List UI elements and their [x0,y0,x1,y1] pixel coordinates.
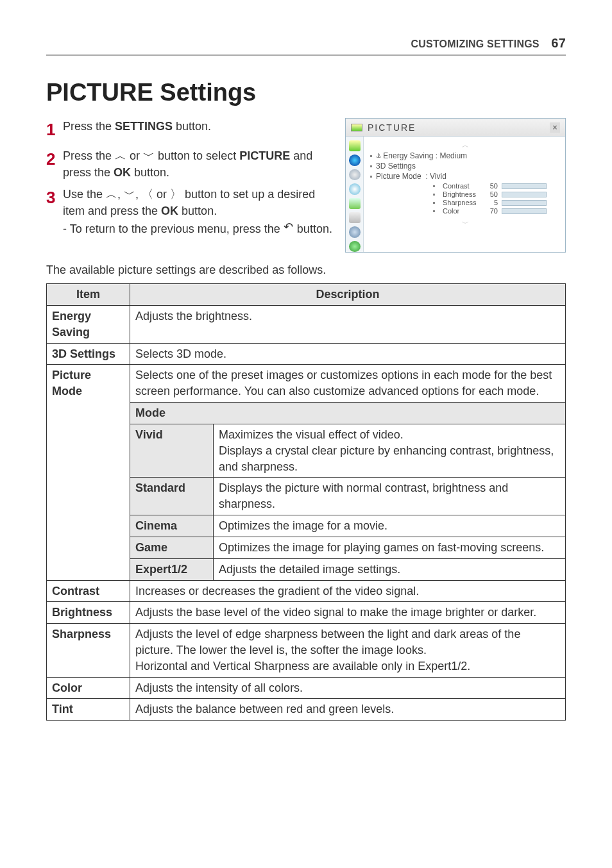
step-text: or [153,188,170,201]
mode-desc: Adjusts the detailed image settings. [214,558,566,580]
table-intro: The available picture settings are descr… [46,262,566,278]
step-number: 3 [46,186,63,237]
mode-header: Mode [130,403,566,424]
osd-panel: PICTURE × ︿ ꕊ Energy Saving : Medium [345,118,566,253]
row-name: Color [52,681,82,694]
sidebar-icon [349,183,361,194]
table-row: Energy Saving Adjusts the brightness. [47,305,566,343]
bullet-icon [370,165,372,167]
settings-table: Item Description Energy Saving Adjusts t… [46,283,566,721]
page-title: PICTURE Settings [46,79,566,106]
mode-name: Standard [130,478,214,515]
osd-title: PICTURE [368,122,416,133]
row-desc: Selects one of the preset images or cust… [130,365,566,403]
step-bold: PICTURE [239,149,290,162]
osd-item-label: Picture Mode [376,172,421,181]
bullet-icon [433,185,435,187]
step-1: 1 Press the SETTINGS button. [46,118,332,142]
step-text: button. [173,120,211,133]
row-desc: Adjusts the intensity of all colors. [130,677,566,699]
mode-name: Vivid [130,424,214,477]
left-icon: 〈 [142,186,153,203]
osd-slider-value: 50 [486,190,498,198]
step-sub-text: button. [294,222,332,235]
sidebar-icon [349,241,361,252]
osd-down-arrow-icon: ﹀ [370,219,560,228]
osd-slider-bar [502,200,547,206]
osd-slider-bar [502,192,547,197]
step-text: button. [178,204,217,217]
step-text: button to select [155,149,239,162]
step-bold: OK [114,166,131,179]
step-3: 3 Use the ︿, ﹀, 〈 or 〉 button to set up … [46,186,332,237]
bullet-icon [370,155,372,157]
osd-slider-label: Color [443,207,482,215]
step-text: Use the [63,188,106,201]
osd-slider-value: 5 [486,199,498,206]
page-number: 67 [551,36,566,50]
step-bold: OK [161,204,178,217]
sidebar-icon [349,212,361,223]
osd-up-arrow-icon: ︿ [370,140,560,150]
up-icon: ︿ [106,186,117,203]
step-number: 1 [46,118,63,142]
bullet-icon [370,176,372,178]
osd-slider-label: Contrast [443,182,482,190]
mode-desc: Optimizes the image for a movie. [214,515,566,537]
step-bold: SETTINGS [115,120,173,133]
mode-name: Cinema [130,515,214,537]
steps-list: 1 Press the SETTINGS button. 2 Press the… [46,118,332,253]
row-name: Contrast [52,585,99,597]
mode-name: Game [130,537,214,558]
bullet-icon [433,210,435,212]
sidebar-icon [349,169,361,180]
osd-title-icon [351,124,362,131]
step-text: button. [131,166,169,179]
col-item-header: Item [47,284,130,306]
osd-item-label: ꕊ Energy Saving : Medium [376,151,467,160]
table-row: Contrast Increases or decreases the grad… [47,580,566,602]
row-name: Picture Mode [52,369,91,397]
page-header: CUSTOMIZING SETTINGS 67 [46,36,566,56]
osd-slider-row: Sharpness5 [370,199,560,206]
close-icon: × [550,122,560,133]
osd-slider-bar [502,183,547,189]
osd-main: ︿ ꕊ Energy Saving : Medium 3D Settings P… [364,137,565,252]
row-name: Energy Saving [52,310,91,338]
step-number: 2 [46,147,63,181]
table-row: 3D Settings Selects 3D mode. [47,343,566,365]
row-name: 3D Settings [52,347,115,360]
row-name: Tint [52,703,73,715]
sidebar-picture-icon [349,140,361,151]
osd-item-label: 3D Settings [376,162,416,171]
step-text: or [126,149,143,162]
osd-slider-label: Brightness [443,190,482,198]
down-icon: ﹀ [124,186,135,203]
row-desc: Selects 3D mode. [130,343,566,365]
step-2: 2 Press the ︿ or ﹀ button to select PICT… [46,147,332,181]
osd-slider-label: Sharpness [443,199,482,206]
table-row: Tint Adjusts the balance between red and… [47,699,566,721]
osd-item-value: : Vivid [425,172,446,181]
osd-sidebar [346,137,364,252]
up-icon: ︿ [115,147,126,164]
mode-desc: Optimizes the image for playing games on… [214,537,566,558]
bullet-icon [433,202,435,204]
mode-desc: Maximizes the visual effect of video. Di… [214,424,566,477]
osd-slider-value: 50 [486,182,498,190]
osd-slider-row: Color70 [370,207,560,215]
step-sub-text: - To return to the previous menu, press … [63,222,284,235]
osd-slider-row: Brightness50 [370,190,560,198]
osd-slider-bar [502,208,547,214]
down-icon: ﹀ [143,147,155,164]
step-text: Press the [63,120,115,133]
table-row: Color Adjusts the intensity of all color… [47,677,566,699]
sidebar-icon [349,226,361,237]
back-icon [284,224,294,234]
sidebar-icon [349,154,361,165]
bullet-icon [433,194,435,196]
row-desc: Adjusts the brightness. [130,305,566,343]
mode-name: Expert1/2 [130,558,214,580]
row-name: Brightness [52,606,112,619]
table-row: Picture Mode Selects one of the preset i… [47,365,566,403]
